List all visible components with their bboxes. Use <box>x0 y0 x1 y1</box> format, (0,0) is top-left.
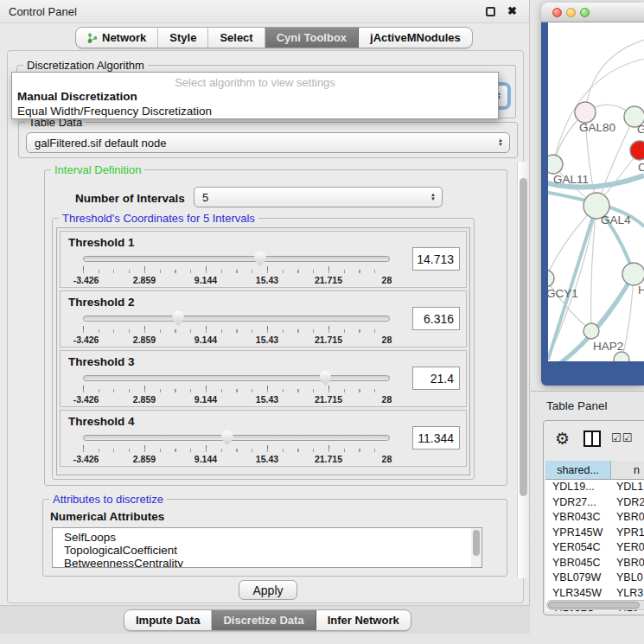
scrollbar-thumb[interactable] <box>520 178 527 496</box>
network-node-selected[interactable] <box>630 141 644 160</box>
threshold-slider[interactable]: -3.426 2.859 9.144 15.43 21.715 28 <box>83 312 390 347</box>
cell-name[interactable]: YER0 <box>611 540 644 556</box>
cell-name[interactable]: YBL0 <box>611 571 644 586</box>
apply-button[interactable]: Apply <box>239 580 297 600</box>
table-row[interactable]: YER054C YER0 <box>545 540 644 556</box>
window-title: Control Panel <box>9 5 77 18</box>
number-of-intervals-label: Number of Intervals <box>75 192 185 205</box>
slider-track[interactable] <box>83 435 390 441</box>
cell-shared-name[interactable]: YDL19... <box>545 480 611 495</box>
table-horizontal-scrollbar[interactable] <box>546 600 644 610</box>
table-row[interactable]: YLR345W YLR3 <box>545 586 644 602</box>
cell-shared-name[interactable]: YPR145W <box>545 526 611 541</box>
table-data-value: galFiltered.sif default node <box>35 137 166 150</box>
slider-thumb[interactable] <box>220 430 233 445</box>
panel-vertical-scrollbar[interactable] <box>517 162 528 578</box>
slider-thumb[interactable] <box>172 311 185 326</box>
table-row[interactable]: YBR043C YBR0 <box>545 510 644 526</box>
attributes-group: Attributes to discretize Numerical Attri… <box>42 499 507 577</box>
threshold-slider[interactable]: -3.426 2.859 9.144 15.43 21.715 28 <box>83 372 390 406</box>
split-columns-icon[interactable] <box>583 430 601 447</box>
numerical-attributes-list[interactable]: SelfLoops TopologicalCoefficient Between… <box>52 527 482 568</box>
cell-name[interactable]: YDR2 <box>611 495 644 511</box>
combo-stepper-icon: ▲▼ <box>498 138 503 147</box>
threshold-label: Threshold 2 <box>68 296 135 309</box>
node-label: HAP2 <box>593 340 623 353</box>
cell-shared-name[interactable]: YBR045C <box>545 556 611 571</box>
attributes-list-scrollbar[interactable] <box>471 527 482 568</box>
threshold-value-box[interactable]: 6.316 <box>412 307 460 330</box>
cell-shared-name[interactable]: YBR043C <box>545 510 611 526</box>
cell-shared-name[interactable]: YDR27... <box>545 495 611 511</box>
threshold-value-box[interactable]: 21.4 <box>412 367 460 390</box>
select-columns-icon[interactable]: ☑☑ <box>611 431 633 444</box>
column-header-name[interactable]: n <box>611 461 644 479</box>
cell-name[interactable]: YPR1 <box>611 526 644 541</box>
threshold-value-box[interactable]: 11.344 <box>412 426 460 450</box>
slider-track[interactable] <box>83 316 390 322</box>
list-item[interactable]: TopologicalCoefficient <box>64 544 481 557</box>
algorithm-placeholder-item[interactable]: Select algorithm to view settings <box>12 73 498 89</box>
close-icon[interactable]: ✖ <box>507 4 517 17</box>
cell-shared-name[interactable]: YLR345W <box>545 586 611 602</box>
list-item[interactable]: BetweennessCentrality <box>64 557 481 568</box>
column-header-shared-name[interactable]: shared... <box>545 461 611 479</box>
threshold-value-box[interactable]: 14.713 <box>412 247 460 271</box>
control-panel-titlebar: Control Panel ✖ <box>0 0 529 23</box>
minimize-button[interactable] <box>566 8 576 17</box>
threshold-slider[interactable]: -3.426 2.859 9.144 15.43 21.715 28 <box>83 431 390 466</box>
float-window-icon[interactable] <box>486 7 495 16</box>
scrollbar-thumb[interactable] <box>548 602 640 609</box>
cell-name[interactable]: YBR0 <box>611 556 644 571</box>
cell-shared-name[interactable]: YBL079W <box>545 571 611 586</box>
scrollbar-thumb[interactable] <box>473 530 480 556</box>
slider-minor-ticks <box>83 449 390 452</box>
network-node[interactable] <box>548 155 563 174</box>
network-node[interactable] <box>622 263 644 285</box>
cell-shared-name[interactable]: YER054C <box>545 540 611 556</box>
node-label: GA <box>637 123 644 136</box>
tab-cyni-toolbox[interactable]: Cyni Toolbox <box>265 28 359 48</box>
table-row[interactable]: YDL19... YDL1 <box>545 480 644 495</box>
close-button[interactable] <box>552 8 562 17</box>
algorithm-option-equal-width[interactable]: Equal Width/Frequency Discretization <box>12 104 498 118</box>
gear-icon[interactable]: ⚙ <box>555 429 570 449</box>
table-row[interactable]: YBR045C YBR0 <box>545 556 644 571</box>
network-node[interactable] <box>583 323 599 339</box>
settings-scroll-area: Interval Definition Number of Intervals … <box>18 162 517 578</box>
tab-infer-network[interactable]: Infer Network <box>316 610 411 630</box>
table-row[interactable]: YPR145W YPR1 <box>545 526 644 541</box>
slider-track[interactable] <box>83 375 390 381</box>
tab-discretize-data[interactable]: Discretize Data <box>212 610 316 630</box>
list-item[interactable]: SelfLoops <box>64 531 481 544</box>
tab-jactivemnodules[interactable]: jActiveMNodules <box>359 28 472 48</box>
algorithm-option-manual[interactable]: Manual Discretization <box>12 89 498 104</box>
number-of-intervals-combobox[interactable]: 5 ▲▼ <box>194 187 443 207</box>
cell-name[interactable]: YLR3 <box>611 586 644 602</box>
table-body: YDL19... YDL1 YDR27... YDR2 YBR043C YBR0… <box>545 480 644 611</box>
slider-thumb[interactable] <box>319 371 332 386</box>
network-node[interactable] <box>614 352 629 361</box>
threshold-slider[interactable]: -3.426 2.859 9.144 15.43 21.715 28 <box>83 252 390 287</box>
tab-style[interactable]: Style <box>158 28 208 48</box>
node-table: shared... n YDL19... YDL1 YDR27... YDR2 … <box>545 461 644 611</box>
network-canvas[interactable]: GAL80 GA C GAL11 GAL4 GCY1 H HAP2 <box>548 22 644 361</box>
tab-impute-data[interactable]: Impute Data <box>124 610 212 630</box>
bottom-tab-strip: Impute Data Discretize Data Infer Networ… <box>0 605 530 634</box>
table-row[interactable]: YBL079W YBL0 <box>545 571 644 586</box>
combo-stepper-icon: ▲▼ <box>430 193 436 201</box>
table-data-combobox[interactable]: galFiltered.sif default node ▲▼ <box>26 132 510 153</box>
cell-name[interactable]: YDL1 <box>611 480 644 495</box>
network-node[interactable] <box>548 270 554 287</box>
tab-network[interactable]: Network <box>76 28 158 48</box>
tab-select[interactable]: Select <box>208 28 265 48</box>
network-node[interactable] <box>575 102 596 123</box>
node-label: GCY1 <box>548 287 578 300</box>
slider-track[interactable] <box>83 256 390 262</box>
threshold-label: Threshold 3 <box>68 355 135 368</box>
slider-thumb[interactable] <box>253 252 266 266</box>
cell-name[interactable]: YBR0 <box>611 510 644 526</box>
network-window-titlebar <box>541 3 644 22</box>
zoom-button[interactable] <box>580 8 590 17</box>
table-row[interactable]: YDR27... YDR2 <box>545 495 644 511</box>
